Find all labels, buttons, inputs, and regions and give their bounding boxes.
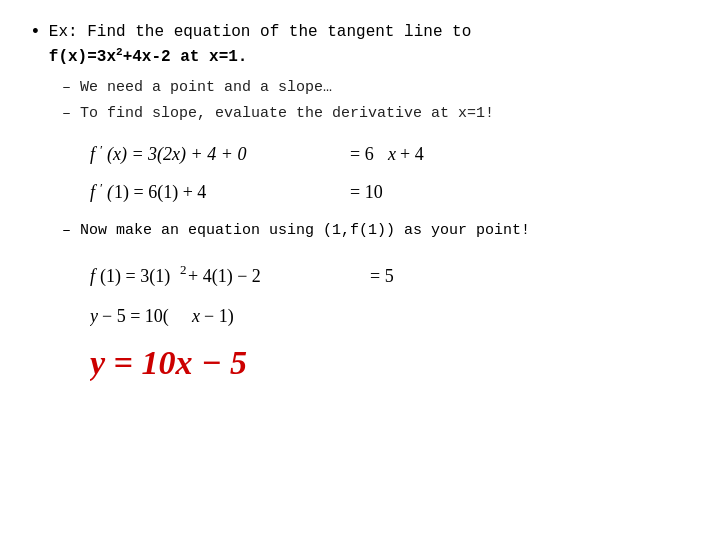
svg-text:(x) = 3(2x) + 4 + 0: (x) = 3(2x) + 4 + 0 <box>107 144 246 165</box>
eval-result-1: = 5 <box>370 258 430 290</box>
sub-item-2: To find slope, evaluate the derivative a… <box>62 101 690 127</box>
svg-text:= 6: = 6 <box>350 144 374 164</box>
svg-text:= 5: = 5 <box>370 266 394 286</box>
main-line-1: Ex: Find the equation of the tangent lin… <box>49 20 471 44</box>
deriv-result-1: = 6 x + 4 <box>350 138 460 168</box>
svg-text:+ 4: + 4 <box>400 144 424 164</box>
derivative-formulas: f ′ (x) = 3(2x) + 4 + 0 = 6 x + 4 f ′ ( … <box>90 138 690 206</box>
svg-text:f: f <box>90 182 98 202</box>
deriv-result-2: = 10 <box>350 176 430 206</box>
svg-text:′: ′ <box>100 180 103 195</box>
svg-text:1) = 6(1) + 4: 1) = 6(1) + 4 <box>114 182 206 203</box>
svg-text:(1) = 3(1): (1) = 3(1) <box>100 266 170 287</box>
example-text: Ex: Find the equation of the tangent lin… <box>49 20 471 69</box>
svg-text:+ 4(1) − 2: + 4(1) − 2 <box>188 266 261 287</box>
svg-text:x: x <box>191 306 200 326</box>
point-slope-row: y − 5 = 10( x − 1) <box>90 298 690 330</box>
ex-prefix: Ex: Find the equation of the tangent lin… <box>49 23 471 41</box>
eval-formula-1: f (1) = 3(1) 2 + 4(1) − 2 <box>90 258 330 290</box>
svg-text:y = 10x − 5: y = 10x − 5 <box>90 344 247 381</box>
svg-text:2: 2 <box>180 262 187 277</box>
final-answer-row: y = 10x − 5 <box>90 338 690 382</box>
derivative-row-1: f ′ (x) = 3(2x) + 4 + 0 = 6 x + 4 <box>90 138 690 168</box>
svg-text:x: x <box>387 144 396 164</box>
svg-text:= 10: = 10 <box>350 182 383 202</box>
deriv-formula-1: f ′ (x) = 3(2x) + 4 + 0 <box>90 138 310 168</box>
example-header: • Ex: Find the equation of the tangent l… <box>30 20 690 69</box>
sub-item-1: We need a point and a slope… <box>62 75 690 101</box>
point-slope-formula: y − 5 = 10( x − 1) <box>90 298 330 330</box>
svg-text:f: f <box>90 144 98 164</box>
svg-text:y: y <box>90 306 98 326</box>
function-text: f(x)=3x2+4x-2 at x=1. <box>49 48 248 66</box>
bullet-symbol: • <box>30 22 41 42</box>
final-answer-formula: y = 10x − 5 <box>90 338 290 382</box>
svg-text:′: ′ <box>100 142 103 157</box>
sub-item-3: Now make an equation using (1,f(1)) as y… <box>62 218 690 244</box>
svg-text:− 5 = 10(: − 5 = 10( <box>102 306 169 327</box>
main-line-2: f(x)=3x2+4x-2 at x=1. <box>49 44 471 69</box>
svg-text:f: f <box>90 266 98 286</box>
svg-text:− 1): − 1) <box>204 306 234 327</box>
eval-row-1: f (1) = 3(1) 2 + 4(1) − 2 = 5 <box>90 258 690 290</box>
svg-text:(: ( <box>107 182 114 203</box>
evaluation-formulas: f (1) = 3(1) 2 + 4(1) − 2 = 5 y − 5 = 10… <box>90 258 690 382</box>
slide-content: • Ex: Find the equation of the tangent l… <box>30 20 690 382</box>
deriv-formula-2: f ′ ( 1) = 6(1) + 4 <box>90 176 310 206</box>
derivative-row-2: f ′ ( 1) = 6(1) + 4 = 10 <box>90 176 690 206</box>
